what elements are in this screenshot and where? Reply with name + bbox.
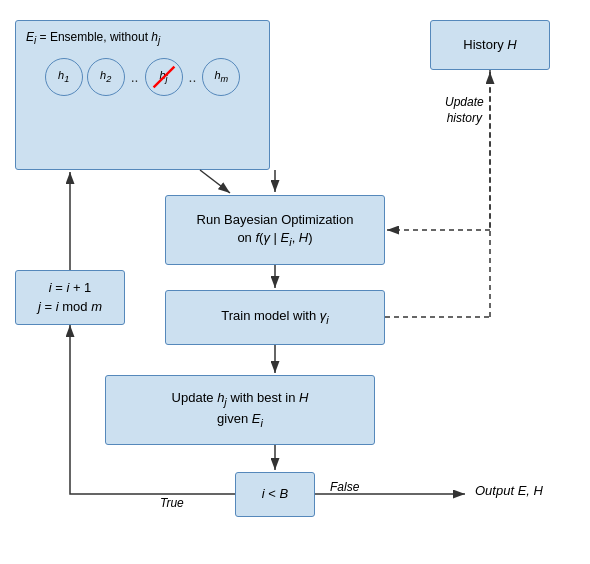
counter-label: i = i + 1 j = i mod m	[38, 279, 102, 315]
update-history-label: Updatehistory	[445, 95, 484, 126]
train-label: Train model with γi	[221, 307, 328, 328]
condition-label: i < B	[262, 485, 288, 503]
true-label: True	[160, 496, 184, 510]
circle-hm: hm	[202, 58, 240, 96]
bayesian-box: Run Bayesian Optimization on f(γ | Ei, H…	[165, 195, 385, 265]
output-label: Output E, H	[475, 483, 543, 498]
ensemble-label: Ei = Ensemble, without hj	[26, 29, 259, 48]
condition-box: i < B	[235, 472, 315, 517]
bayesian-label: Run Bayesian Optimization on f(γ | Ei, H…	[197, 211, 354, 250]
svg-line-0	[153, 67, 174, 88]
circles-row: h1 h2 .. hj .. hm	[45, 58, 241, 96]
false-label: False	[330, 480, 359, 494]
svg-line-13	[200, 170, 230, 193]
dots-left: ..	[131, 68, 139, 88]
history-box: History H	[430, 20, 550, 70]
diagram: Ei = Ensemble, without hj h1 h2 .. hj ..…	[0, 0, 590, 564]
dots-right: ..	[189, 68, 197, 88]
counter-box: i = i + 1 j = i mod m	[15, 270, 125, 325]
ensemble-box: Ei = Ensemble, without hj h1 h2 .. hj ..…	[15, 20, 270, 170]
circle-h1: h1	[45, 58, 83, 96]
train-model-box: Train model with γi	[165, 290, 385, 345]
history-label: History H	[463, 36, 516, 54]
update-hj-box: Update hj with best in H given Ei	[105, 375, 375, 445]
update-label: Update hj with best in H given Ei	[172, 389, 309, 431]
circle-hj: hj	[145, 58, 183, 96]
circle-h2: h2	[87, 58, 125, 96]
